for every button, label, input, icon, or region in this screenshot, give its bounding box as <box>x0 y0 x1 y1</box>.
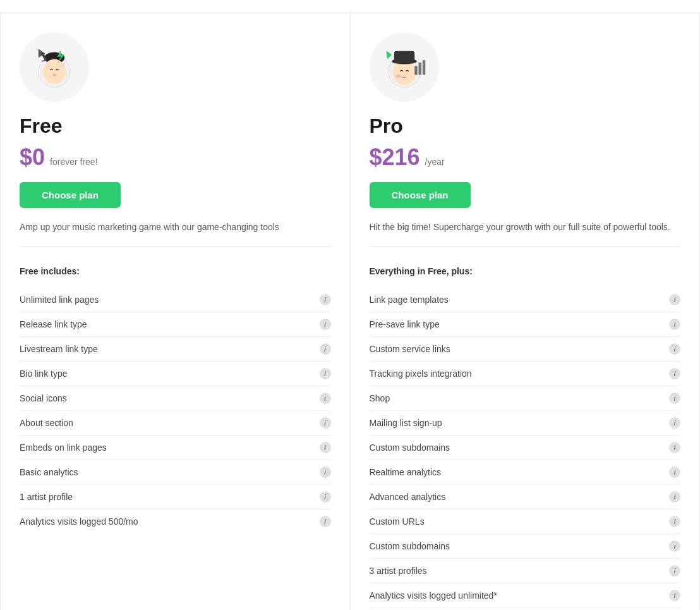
info-icon[interactable]: i <box>669 565 680 576</box>
info-icon[interactable]: i <box>669 467 680 478</box>
info-icon[interactable]: i <box>669 368 680 379</box>
info-icon[interactable]: i <box>320 491 331 503</box>
info-icon[interactable]: i <box>320 516 331 527</box>
list-item: About section i <box>20 411 331 436</box>
free-price-note: forever free! <box>50 157 97 167</box>
free-feature-list: Unlimited link pages i Release link type… <box>20 288 331 534</box>
list-item: Analytics visits logged unlimited* i <box>370 583 681 608</box>
list-item: Shop i <box>370 386 681 411</box>
list-item: Analytics visits logged 500/mo i <box>20 509 331 534</box>
info-icon[interactable]: i <box>320 442 331 453</box>
list-item: 3 artist profiles i <box>370 559 681 583</box>
list-item: Custom service links i <box>370 337 681 362</box>
svg-marker-17 <box>386 51 392 59</box>
free-plan-name: Free <box>20 114 331 138</box>
svg-rect-16 <box>422 60 425 75</box>
list-item: Advanced analytics i <box>370 485 681 509</box>
svg-point-3 <box>52 74 56 76</box>
list-item: Bio link type i <box>20 362 331 386</box>
info-icon[interactable]: i <box>320 368 331 379</box>
info-icon[interactable]: i <box>320 294 331 305</box>
list-item: Custom subdomains i <box>370 534 681 559</box>
list-item: Social icons i <box>20 386 331 411</box>
free-plan-card: Free $0 forever free! Choose plan Amp up… <box>0 13 350 610</box>
list-item: Link page templates i <box>370 288 681 312</box>
pro-includes-label: Everything in Free, plus: <box>370 266 681 276</box>
pro-price-row: $216 /year <box>370 144 681 171</box>
free-price: $0 <box>20 144 45 171</box>
list-item: Basic analytics i <box>20 460 331 485</box>
pro-price-suffix: /year <box>425 157 445 167</box>
info-icon[interactable]: i <box>669 442 680 453</box>
free-avatar-illustration <box>26 39 83 95</box>
info-icon[interactable]: i <box>669 590 680 601</box>
svg-rect-15 <box>418 63 421 75</box>
list-item: Pre-save link type i <box>370 312 681 337</box>
info-icon[interactable]: i <box>320 319 331 330</box>
info-icon[interactable]: i <box>320 467 331 478</box>
pro-choose-plan-button[interactable]: Choose plan <box>370 182 471 208</box>
list-item: Release link type i <box>20 312 331 337</box>
info-icon[interactable]: i <box>669 393 680 404</box>
pro-avatar-illustration <box>376 39 433 95</box>
svg-point-2 <box>43 59 66 84</box>
info-icon[interactable]: i <box>669 516 680 527</box>
free-includes-label: Free includes: <box>20 266 331 276</box>
info-icon[interactable]: i <box>669 343 680 355</box>
info-icon[interactable]: i <box>320 343 331 355</box>
pro-feature-list: Link page templates i Pre-save link type… <box>370 288 681 610</box>
pricing-container: Free $0 forever free! Choose plan Amp up… <box>0 0 700 610</box>
svg-rect-14 <box>414 66 418 75</box>
info-icon[interactable]: i <box>669 319 680 330</box>
list-item: Unlimited link pages i <box>20 288 331 312</box>
pro-price: $216 <box>370 144 420 171</box>
free-plan-avatar <box>20 32 89 102</box>
list-item: Realtime analytics i <box>370 460 681 485</box>
info-icon[interactable]: i <box>669 294 680 305</box>
list-item: Tracking pixels integration i <box>370 362 681 386</box>
list-item: Livestream link type i <box>20 337 331 362</box>
free-price-row: $0 forever free! <box>20 144 331 171</box>
info-icon[interactable]: i <box>320 393 331 404</box>
list-item: Custom URLs i <box>370 509 681 534</box>
svg-rect-11 <box>394 51 414 63</box>
info-icon[interactable]: i <box>669 540 680 552</box>
pro-plan-name: Pro <box>370 114 681 138</box>
free-choose-plan-button[interactable]: Choose plan <box>20 182 121 208</box>
list-item: Embeds on link pages i <box>20 436 331 460</box>
info-icon[interactable]: i <box>320 417 331 429</box>
pro-plan-avatar <box>370 32 439 102</box>
pro-plan-description: Hit the big time! Supercharge your growt… <box>370 221 681 247</box>
svg-point-12 <box>395 75 401 78</box>
info-icon[interactable]: i <box>669 491 680 503</box>
list-item: 1 artist profile i <box>20 485 331 509</box>
list-item: Mailing list sign-up i <box>370 411 681 436</box>
pro-plan-card: Pro $216 /year Choose plan Hit the big t… <box>350 13 701 610</box>
info-icon[interactable]: i <box>669 417 680 429</box>
list-item: Custom subdomains i <box>370 436 681 460</box>
free-plan-description: Amp up your music marketing game with ou… <box>20 221 331 247</box>
